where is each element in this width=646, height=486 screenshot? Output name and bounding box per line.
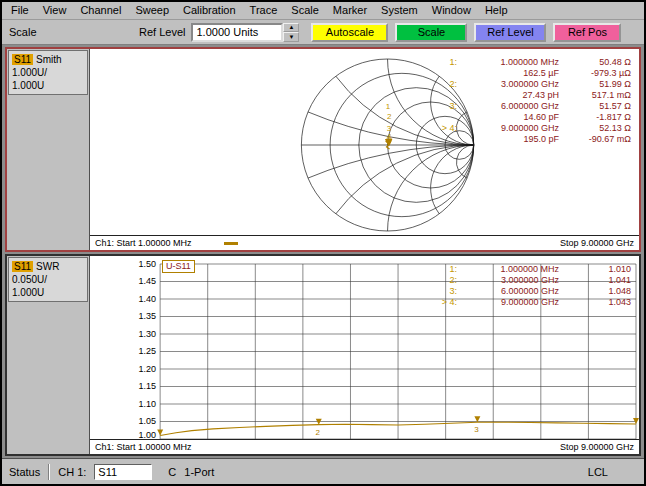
ref-level-spin-down-button[interactable]: ▼	[283, 32, 299, 42]
svg-text:3: 3	[474, 425, 479, 434]
sweep-stop-label: Stop 9.00000 GHz	[560, 238, 634, 248]
marker-row: 2:3.000000 GHz1.041	[427, 275, 631, 286]
channel-label: CH 1:	[58, 466, 86, 478]
marker-frequency: 3.000000 GHz	[457, 275, 559, 285]
svg-text:2: 2	[316, 428, 321, 437]
marker-number: 1:	[427, 264, 457, 274]
trace-badge: S11	[12, 54, 33, 65]
marker-reactance: 517.1 mΩ	[559, 90, 631, 100]
marker-frequency: 9.000000 GHz	[457, 297, 559, 307]
swr-plot-footer: Ch1: Start 1.00000 MHz Stop 9.00000 GHz	[90, 439, 639, 454]
sweep-start-label: Ch1: Start 1.00000 MHz	[95, 442, 192, 452]
svg-text:1.15: 1.15	[139, 382, 157, 392]
trace-format-label: SWR	[36, 261, 59, 272]
menu-scale[interactable]: Scale	[284, 2, 326, 19]
menu-bar: File View Channel Sweep Calibration Trac…	[2, 2, 644, 20]
chevron-up-icon: ▲	[289, 24, 295, 30]
sweep-start-label: Ch1: Start 1.00000 MHz	[95, 238, 192, 248]
menu-help[interactable]: Help	[478, 2, 515, 19]
swr-plot-area[interactable]: 1.501.451.401.351.301.251.201.151.101.05…	[90, 256, 639, 454]
marker-number: 2:	[427, 275, 457, 285]
marker-frequency: 1.000000 MHz	[457, 264, 559, 274]
sweep-stop-label: Stop 9.00000 GHz	[560, 442, 634, 452]
marker-frequency: 1.000000 MHz	[457, 57, 559, 67]
smith-trace-info[interactable]: S11Smith 1.000U/ 1.000U	[8, 50, 88, 95]
cal-status: C	[168, 466, 176, 478]
svg-text:1.45: 1.45	[139, 277, 157, 287]
marker-value: 1.048	[559, 286, 631, 296]
swr-marker-readout: 1:1.000000 MHz1.010 2:3.000000 GHz1.041 …	[427, 264, 631, 308]
ref-pos-button[interactable]: Ref Pos	[553, 23, 621, 42]
marker-number: > 4:	[427, 297, 457, 307]
menu-marker[interactable]: Marker	[326, 2, 374, 19]
menu-calibration[interactable]: Calibration	[176, 2, 243, 19]
menu-window[interactable]: Window	[425, 2, 478, 19]
marker-row: 3:6.000000 GHz1.048	[427, 286, 631, 297]
svg-text:1.40: 1.40	[139, 294, 157, 304]
svg-text:1.10: 1.10	[139, 399, 157, 409]
scale-button[interactable]: Scale	[395, 23, 467, 42]
status-label: Status	[9, 466, 40, 478]
marker-equivalent: 162.5 µF	[457, 68, 559, 78]
vna-app-window: File View Channel Sweep Calibration Trac…	[0, 0, 646, 486]
marker-value: 1.010	[559, 264, 631, 274]
marker-reactance: -979.3 µΩ	[559, 68, 631, 78]
smith-plot-area[interactable]: 1234 1:1.000000 MHz50.48 Ω 162.5 µF-979.…	[90, 49, 639, 250]
marker-row: 1:1.000000 MHz1.010	[427, 264, 631, 275]
trace-badge: S11	[12, 261, 33, 272]
smith-panel: S11Smith 1.000U/ 1.000U 1234 1:1.000000 …	[5, 47, 641, 252]
menu-sweep[interactable]: Sweep	[128, 2, 176, 19]
menu-view[interactable]: View	[36, 2, 74, 19]
swr-trace-info[interactable]: S11SWR 0.050U/ 1.000U	[8, 257, 88, 302]
swr-panel-sidebar: S11SWR 0.050U/ 1.000U	[7, 256, 90, 454]
svg-text:1.35: 1.35	[139, 312, 157, 322]
marker-number: 3:	[427, 101, 457, 111]
svg-text:4: 4	[387, 132, 392, 141]
svg-text:1: 1	[386, 102, 391, 111]
marker-value: 51.99 Ω	[559, 79, 631, 89]
marker-row: 3:6.000000 GHz51.57 Ω	[427, 101, 631, 112]
smith-marker-readout: 1:1.000000 MHz50.48 Ω 162.5 µF-979.3 µΩ …	[427, 57, 631, 145]
swr-trace-label[interactable]: U-S11	[162, 260, 195, 273]
svg-text:1.20: 1.20	[139, 364, 157, 374]
marker-number: 2:	[427, 79, 457, 89]
statusbar-separator	[48, 464, 50, 480]
marker-number: 1:	[427, 57, 457, 67]
menu-system[interactable]: System	[374, 2, 425, 19]
ref-level-spinner: ▲ ▼	[283, 23, 299, 42]
marker-value: 1.041	[559, 275, 631, 285]
marker-row: 27.43 pH517.1 mΩ	[427, 90, 631, 101]
marker-equivalent: 195.0 pF	[457, 134, 559, 144]
trace-format-label: Smith	[36, 54, 62, 65]
swr-panel: S11SWR 0.050U/ 1.000U 1.501.451.401.351.…	[5, 254, 641, 456]
svg-text:2: 2	[387, 112, 392, 121]
marker-row: > 4:9.000000 GHz1.043	[427, 297, 631, 308]
menu-file[interactable]: File	[4, 2, 36, 19]
marker-equivalent: 14.60 pF	[457, 112, 559, 122]
trace-scale-value: 1.000U/	[12, 66, 84, 79]
marker-frequency: 6.000000 GHz	[457, 101, 559, 111]
status-bar: Status CH 1: S11 C 1-Port LCL	[2, 458, 644, 484]
marker-equivalent: 27.43 pH	[457, 90, 559, 100]
ref-level-button[interactable]: Ref Level	[474, 23, 546, 42]
smith-plot-footer: Ch1: Start 1.00000 MHz Stop 9.00000 GHz	[90, 235, 639, 250]
menu-trace[interactable]: Trace	[243, 2, 285, 19]
main-area: S11Smith 1.000U/ 1.000U 1234 1:1.000000 …	[2, 45, 644, 458]
marker-number: > 4:	[427, 123, 457, 133]
svg-text:1.05: 1.05	[139, 417, 157, 427]
marker-row: 14.60 pF-1.817 Ω	[427, 112, 631, 123]
marker-row: 162.5 µF-979.3 µΩ	[427, 68, 631, 79]
ref-level-input[interactable]	[191, 23, 283, 42]
marker-row: 1:1.000000 MHz50.48 Ω	[427, 57, 631, 68]
marker-number: 3:	[427, 286, 457, 296]
trace-scale-value: 0.050U/	[12, 273, 84, 286]
svg-text:1.25: 1.25	[139, 347, 157, 357]
svg-text:1.50: 1.50	[139, 259, 157, 269]
svg-text:1.30: 1.30	[139, 329, 157, 339]
trace-ref-value: 1.000U	[12, 286, 84, 299]
autoscale-button[interactable]: Autoscale	[311, 23, 388, 42]
mode-indicator: LCL	[588, 466, 608, 478]
menu-channel[interactable]: Channel	[73, 2, 128, 19]
active-trace-box[interactable]: S11	[94, 464, 152, 480]
ref-level-spin-up-button[interactable]: ▲	[283, 23, 299, 33]
